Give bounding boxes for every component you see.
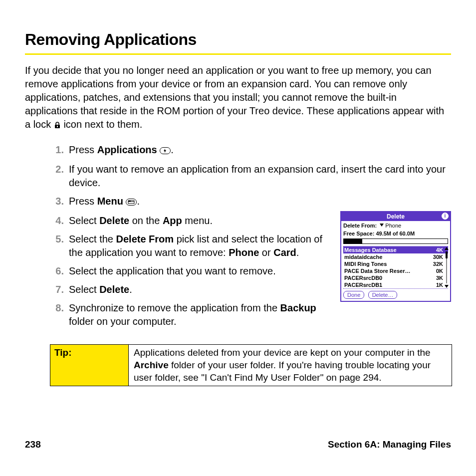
step-text: Select the (69, 234, 116, 244)
item-name: Messages Database (344, 246, 397, 253)
footer: 238 Section 6A: Managing Files (25, 438, 451, 451)
step-punct: . (137, 196, 140, 207)
storage-fill (344, 239, 362, 243)
step-text: menu. (182, 215, 213, 226)
item-size: 3K (436, 274, 443, 281)
step-punct: . (171, 144, 174, 155)
tip-bold: Archive (134, 360, 169, 370)
item-size: 0K (436, 267, 443, 274)
step-text: Press (69, 196, 97, 207)
step-text: If you want to remove an application fro… (69, 163, 451, 190)
list-item[interactable]: PACERsrcDB0 3K (343, 274, 448, 281)
free-space: Free Space: 49.5M of 60.0M (343, 230, 448, 238)
list-item[interactable]: PACERsrcDB1 1K (343, 281, 448, 288)
step-text: Press (69, 144, 97, 155)
item-size: 32K (433, 260, 443, 267)
step-5: 5. Select the Delete From pick list and … (50, 233, 332, 259)
section-label: Section 6A: Managing Files (328, 438, 451, 451)
step-bold: Backup (280, 302, 316, 313)
tip-label: Tip: (50, 345, 129, 386)
dialog-title-text: Delete (387, 213, 405, 220)
step-text: on the (129, 215, 163, 226)
page-title: Removing Applications (25, 29, 451, 50)
tip-body: Applications deleted from your device ar… (129, 345, 452, 386)
item-size: 1K (436, 281, 443, 288)
step-2: 2. If you want to remove an application … (50, 163, 451, 190)
item-name: midataidcache (344, 253, 382, 260)
svg-rect-1 (57, 126, 58, 127)
list-item[interactable]: Messages Database 4K (343, 246, 448, 253)
tip-text: folder of your user folder. If you're ha… (134, 360, 431, 383)
step-8: 8. Synchronize to remove the application… (50, 301, 332, 328)
step-1: 1. Press Applications . (50, 143, 451, 158)
item-size: 4K (436, 246, 443, 253)
step-bold: Delete (99, 284, 129, 295)
delete-dialog: Delete i Delete From: Phone Free Space: … (340, 211, 451, 302)
step-number: 4. (50, 214, 64, 228)
step-bold: Card (273, 247, 296, 258)
step-number: 2. (50, 163, 64, 190)
item-name: PACE Data Store Reser… (344, 267, 410, 274)
scroll-thumb[interactable] (446, 251, 448, 258)
tip-text: Applications deleted from your device ar… (134, 347, 431, 358)
item-name: PACERsrcDB1 (344, 281, 382, 288)
intro-text-b: icon next to them. (63, 119, 142, 130)
item-name: PACERsrcDB0 (344, 274, 382, 281)
page-number: 238 (25, 438, 41, 451)
list-item[interactable]: midataidcache 30K (343, 253, 448, 260)
scroll-up-icon[interactable] (445, 247, 449, 250)
step-6: 6. Select the application that you want … (50, 264, 332, 278)
storage-bar (343, 238, 448, 244)
step-bold: Delete (99, 215, 129, 226)
intro-paragraph: If you decide that you no longer need an… (25, 64, 451, 132)
step-number: 5. (50, 233, 64, 259)
list-item[interactable]: PACE Data Store Reser… 0K (343, 267, 448, 274)
app-list[interactable]: Messages Database 4K midataidcache 30K M… (343, 246, 448, 289)
menu-key-icon (126, 196, 137, 209)
info-icon[interactable]: i (442, 213, 449, 220)
step-number: 3. (50, 195, 64, 209)
step-text: . (296, 247, 299, 258)
step-bold: Phone (229, 247, 259, 258)
step-bold: Applications (97, 144, 157, 155)
delete-button[interactable]: Delete… (368, 291, 398, 299)
step-text: Select the application that you want to … (69, 264, 332, 278)
applications-key-icon (160, 144, 171, 158)
item-name: MIDI Ring Tones (344, 260, 387, 267)
scroll-down-icon[interactable] (445, 285, 449, 288)
svg-rect-3 (126, 199, 137, 206)
dialog-title: Delete i (341, 212, 450, 221)
step-4: 4. Select Delete on the App menu. (50, 214, 332, 228)
step-7: 7. Select Delete. (50, 283, 332, 296)
step-text: Select (69, 284, 99, 295)
step-text: Select (69, 215, 99, 226)
svg-rect-6 (128, 201, 131, 202)
step-number: 6. (50, 264, 64, 278)
title-rule (25, 53, 451, 55)
item-size: 30K (433, 253, 443, 260)
tip-box: Tip: Applications deleted from your devi… (50, 344, 452, 386)
scrollbar[interactable] (445, 246, 449, 288)
from-picker[interactable]: Phone (378, 223, 401, 229)
step-bold: Menu (97, 196, 123, 207)
step-text: . (129, 284, 132, 295)
lock-icon (54, 119, 61, 132)
step-3: 3. Press Menu . (50, 195, 451, 209)
step-text: folder on your computer. (69, 316, 177, 327)
done-button[interactable]: Done (343, 291, 364, 299)
step-number: 8. (50, 301, 64, 328)
step-bold: Delete From (116, 234, 174, 244)
step-text: Synchronize to remove the application fr… (69, 302, 280, 313)
step-number: 7. (50, 283, 64, 296)
step-bold: App (163, 215, 182, 226)
step-text: or (259, 247, 273, 258)
step-number: 1. (50, 143, 64, 158)
list-item[interactable]: MIDI Ring Tones 32K (343, 260, 448, 267)
from-label: Delete From: (343, 223, 377, 229)
